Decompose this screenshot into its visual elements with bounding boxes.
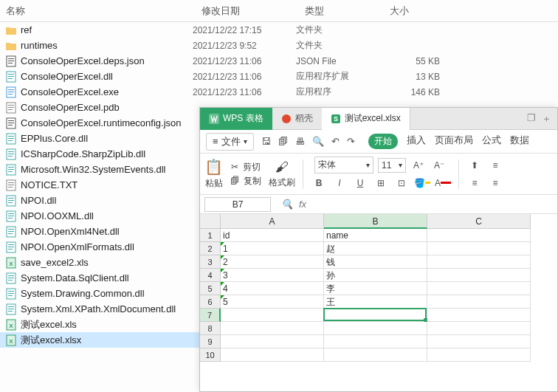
col-header[interactable]: C bbox=[427, 214, 531, 229]
row-header[interactable]: 7 bbox=[200, 309, 221, 322]
file-row[interactable]: ConsoleOperExcel.deps.json2021/12/23 11:… bbox=[0, 53, 558, 69]
print-preview-icon[interactable]: 🔍 bbox=[312, 136, 324, 147]
cell[interactable] bbox=[427, 269, 531, 282]
cell[interactable] bbox=[324, 322, 427, 335]
cell[interactable]: 3 bbox=[221, 269, 324, 282]
cut-button[interactable]: ✂剪切 bbox=[231, 161, 261, 173]
cell[interactable] bbox=[427, 348, 531, 362]
cell[interactable] bbox=[324, 348, 427, 362]
italic-icon[interactable]: I bbox=[331, 175, 348, 191]
dll-icon bbox=[4, 148, 18, 161]
font-select[interactable]: 宋体▾ bbox=[314, 157, 373, 173]
file-row[interactable]: runtimes2021/12/23 9:52文件夹 bbox=[0, 38, 558, 53]
font-color-icon[interactable]: A bbox=[435, 175, 451, 191]
cell[interactable] bbox=[427, 282, 531, 295]
underline-icon[interactable]: U bbox=[352, 175, 368, 191]
cell[interactable] bbox=[427, 242, 531, 255]
cell[interactable] bbox=[221, 348, 324, 362]
file-type: 应用程序扩展 bbox=[296, 70, 381, 83]
save-as-icon[interactable]: 🗐 bbox=[278, 136, 288, 147]
row-header[interactable]: 8 bbox=[200, 322, 221, 335]
row-header[interactable]: 10 bbox=[200, 348, 221, 362]
svg-rect-62 bbox=[8, 295, 13, 296]
increase-font-icon[interactable]: A⁺ bbox=[410, 157, 427, 173]
border-icon[interactable]: ⊞ bbox=[373, 175, 389, 191]
cell[interactable]: 孙 bbox=[324, 269, 427, 282]
file-row[interactable]: ConsoleOperExcel.exe2021/12/23 11:06应用程序… bbox=[0, 84, 558, 100]
cell[interactable]: 1 bbox=[221, 242, 324, 255]
print-icon[interactable]: 🖶 bbox=[295, 136, 305, 147]
wps-toolbar: 📋 粘贴 ✂剪切 🗐复制 🖌 格式刷 宋体▾ 11▾ A⁺ A⁻ B I U ⊞ bbox=[200, 154, 557, 195]
cell[interactable] bbox=[427, 229, 531, 242]
row-header[interactable]: 6 bbox=[200, 295, 221, 309]
align-top-icon[interactable]: ⬆ bbox=[466, 157, 483, 173]
name-box[interactable]: B7 bbox=[204, 197, 271, 212]
bold-icon[interactable]: B bbox=[311, 175, 327, 191]
cell[interactable] bbox=[427, 309, 531, 322]
svg-rect-9 bbox=[8, 89, 14, 90]
row-header[interactable]: 2 bbox=[200, 242, 221, 255]
menu-layout[interactable]: 页面布局 bbox=[435, 134, 473, 149]
cell[interactable] bbox=[221, 309, 324, 322]
cell[interactable]: 赵 bbox=[324, 242, 427, 255]
menu-file[interactable]: ≡文件▾ bbox=[206, 133, 254, 151]
header-name[interactable]: 名称 bbox=[0, 4, 196, 18]
cell[interactable]: 李 bbox=[324, 282, 427, 295]
cell[interactable] bbox=[324, 335, 427, 348]
menu-formula[interactable]: 公式 bbox=[482, 134, 501, 149]
tab-add-icon[interactable]: ＋ bbox=[542, 112, 551, 125]
align-middle-icon[interactable]: ≡ bbox=[487, 157, 503, 173]
cell[interactable] bbox=[427, 335, 531, 348]
header-size[interactable]: 大小 bbox=[384, 4, 454, 18]
cell[interactable] bbox=[427, 255, 531, 269]
cell[interactable]: name bbox=[324, 229, 427, 242]
cell[interactable]: 5 bbox=[221, 295, 324, 309]
cell[interactable]: 4 bbox=[221, 282, 324, 295]
cell[interactable] bbox=[324, 309, 427, 322]
file-row[interactable]: ref2021/12/22 17:15文件夹 bbox=[0, 22, 558, 38]
cell[interactable] bbox=[221, 335, 324, 348]
col-header[interactable]: B bbox=[324, 214, 427, 229]
cell[interactable]: 王 bbox=[324, 295, 427, 309]
col-header[interactable]: A bbox=[221, 214, 324, 229]
undo-icon[interactable]: ↶ bbox=[331, 136, 340, 147]
cell[interactable] bbox=[427, 322, 531, 335]
size-select[interactable]: 11▾ bbox=[378, 158, 406, 173]
file-row[interactable]: ConsoleOperExcel.dll2021/12/23 11:06应用程序… bbox=[0, 69, 558, 84]
menu-insert[interactable]: 插入 bbox=[407, 134, 426, 149]
cell[interactable]: id bbox=[221, 229, 324, 242]
file-date: 2021/12/23 11:06 bbox=[193, 72, 296, 82]
spreadsheet-grid[interactable]: ABC 12345678910 idname1赵2钱3孙4李5王 bbox=[200, 214, 557, 384]
window-restore-icon[interactable]: ❐ bbox=[527, 112, 536, 125]
cell[interactable]: 钱 bbox=[324, 255, 427, 269]
file-name: ref bbox=[21, 24, 32, 35]
paste-group[interactable]: 📋 粘贴 bbox=[204, 158, 223, 190]
header-type[interactable]: 类型 bbox=[299, 4, 384, 18]
fx-label[interactable]: fx bbox=[299, 199, 306, 210]
decrease-font-icon[interactable]: A⁻ bbox=[431, 157, 447, 173]
row-header[interactable]: 1 bbox=[200, 229, 221, 242]
row-header[interactable]: 4 bbox=[200, 269, 221, 282]
format-painter-button[interactable]: 🖌 格式刷 bbox=[269, 159, 295, 189]
cell[interactable]: 2 bbox=[221, 255, 324, 269]
cell[interactable] bbox=[427, 295, 531, 309]
row-header[interactable]: 9 bbox=[200, 335, 221, 348]
save-icon[interactable]: 🖫 bbox=[261, 136, 271, 147]
search-icon[interactable]: 🔍 bbox=[281, 199, 293, 210]
menu-start[interactable]: 开始 bbox=[368, 134, 398, 149]
copy-button[interactable]: 🗐复制 bbox=[230, 175, 261, 188]
shell-tab[interactable]: 稻壳 bbox=[272, 108, 322, 130]
select-all-corner[interactable] bbox=[200, 214, 221, 229]
cell[interactable] bbox=[221, 322, 324, 335]
menu-data[interactable]: 数据 bbox=[510, 134, 529, 149]
border2-icon[interactable]: ⊡ bbox=[393, 175, 410, 191]
redo-icon[interactable]: ↷ bbox=[347, 136, 355, 147]
row-header[interactable]: 3 bbox=[200, 255, 221, 269]
header-date[interactable]: 修改日期 bbox=[196, 4, 299, 18]
fill-color-icon[interactable]: 🪣 bbox=[414, 175, 430, 191]
align-left-icon[interactable]: ≡ bbox=[466, 175, 483, 191]
align-center-icon[interactable]: ≡ bbox=[487, 175, 503, 191]
app-tab[interactable]: WPS 表格 bbox=[200, 108, 272, 130]
row-header[interactable]: 5 bbox=[200, 282, 221, 295]
file-tab[interactable]: S 测试excel.xlsx bbox=[322, 108, 410, 130]
